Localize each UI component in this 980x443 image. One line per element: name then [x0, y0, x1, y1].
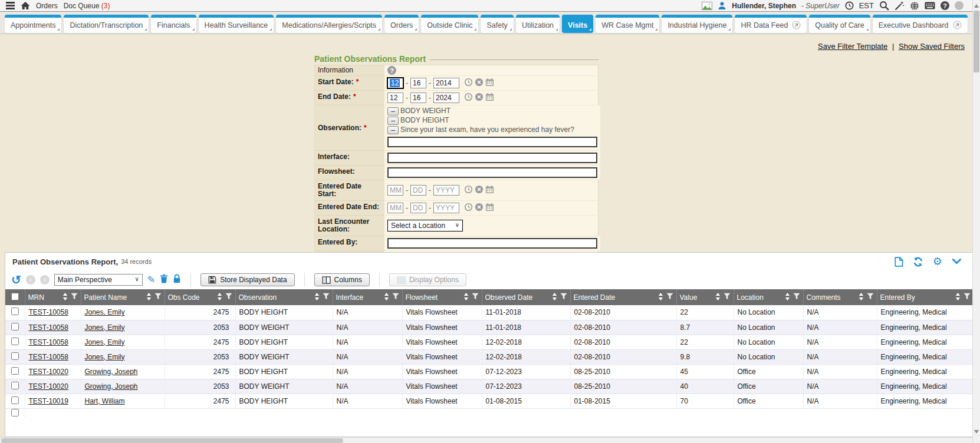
sort-icon[interactable]: [785, 293, 790, 302]
tab-appointments[interactable]: Appointments: [5, 15, 61, 33]
horizontal-scrollbar[interactable]: [0, 437, 972, 443]
select-all-checkbox[interactable]: [11, 293, 19, 300]
clear-date-icon[interactable]: [475, 92, 484, 103]
clear-date-icon[interactable]: [475, 78, 484, 88]
tab-medications-allergies-scripts[interactable]: Medications/Allergies/Scripts: [276, 15, 382, 33]
filter-funnel-icon[interactable]: [392, 293, 399, 302]
remove-observation-button[interactable]: –: [387, 117, 399, 125]
vertical-scrollbar-thumb[interactable]: [974, 11, 979, 72]
row-checkbox[interactable]: [11, 409, 19, 416]
patient-name-link[interactable]: Growing, Joseph: [85, 368, 138, 376]
mrn-link[interactable]: TEST-10019: [29, 397, 68, 405]
scroll-up-arrow[interactable]: [973, 1, 980, 10]
show-saved-filters-link[interactable]: Show Saved Filters: [899, 42, 965, 51]
column-header-observation[interactable]: Observation: [235, 289, 333, 305]
sort-icon[interactable]: [552, 293, 557, 302]
clock-icon[interactable]: [845, 1, 854, 10]
patient-name-link[interactable]: Growing, Joseph: [85, 382, 138, 391]
end-date-year-input[interactable]: 2024: [433, 92, 459, 103]
column-header-obs-code[interactable]: Obs Code: [165, 289, 235, 305]
end-date-month-input[interactable]: 12: [387, 92, 403, 103]
new-document-icon[interactable]: [895, 257, 903, 267]
keyboard-icon[interactable]: [925, 2, 935, 9]
patient-name-link[interactable]: Hart, William: [85, 397, 125, 405]
sort-icon[interactable]: [217, 293, 222, 302]
user-name[interactable]: Hullender, Stephen: [732, 2, 796, 10]
time-picker-icon[interactable]: [464, 92, 473, 103]
globe-icon[interactable]: [910, 1, 919, 11]
entered-date-end-day-input[interactable]: DD: [410, 203, 426, 213]
tab-dictation-transcription[interactable]: Dictation/Transcription: [64, 15, 149, 33]
calendar-icon[interactable]: [485, 185, 494, 196]
scroll-down-arrow[interactable]: [973, 427, 980, 436]
filter-funnel-icon[interactable]: [472, 293, 479, 302]
entered-date-start-day-input[interactable]: DD: [410, 185, 426, 196]
tab-wr-case-mgmt[interactable]: WR Case Mgmt: [596, 15, 659, 33]
vertical-scrollbar[interactable]: [972, 0, 980, 443]
column-header-interface[interactable]: Interface: [333, 289, 402, 305]
column-header-observed-date[interactable]: Observed Date: [482, 289, 570, 305]
mrn-link[interactable]: TEST-10020: [29, 368, 68, 376]
tab-outside-clinic[interactable]: Outside Clinic: [421, 15, 478, 33]
filter-funnel-icon[interactable]: [225, 293, 232, 302]
clear-date-icon[interactable]: [475, 203, 484, 213]
time-picker-icon[interactable]: [464, 185, 473, 196]
tab-safety[interactable]: Safety: [481, 15, 513, 33]
column-header-location[interactable]: Location: [734, 289, 803, 305]
tab-orders[interactable]: Orders: [384, 15, 419, 33]
tab-executive-dashboard[interactable]: Executive Dashboard: [873, 15, 968, 33]
interface-input[interactable]: [387, 153, 597, 163]
undo-icon[interactable]: ↺: [11, 275, 21, 285]
row-checkbox[interactable]: [11, 382, 19, 389]
delete-perspective-icon[interactable]: [160, 274, 168, 286]
tab-hr-data-feed[interactable]: HR Data Feed: [735, 15, 807, 33]
filter-funnel-icon[interactable]: [71, 293, 78, 302]
time-picker-icon[interactable]: [464, 203, 473, 213]
entered-date-end-month-input[interactable]: MM: [387, 203, 403, 213]
mrn-link[interactable]: TEST-10020: [29, 382, 68, 391]
entered-date-end-year-input[interactable]: YYYY: [433, 203, 459, 213]
clear-date-icon[interactable]: [475, 185, 484, 196]
filter-funnel-icon[interactable]: [963, 293, 971, 302]
end-date-day-input[interactable]: 16: [410, 92, 426, 103]
horizontal-scrollbar-thumb[interactable]: [1, 438, 343, 443]
column-header-comments[interactable]: Comments: [803, 289, 877, 305]
sort-icon[interactable]: [859, 293, 864, 302]
row-checkbox[interactable]: [11, 367, 19, 375]
column-header-entered-by[interactable]: Entered By: [877, 289, 973, 305]
patient-name-link[interactable]: Jones, Emily: [85, 353, 125, 361]
sort-icon[interactable]: [63, 293, 68, 302]
help-icon[interactable]: ?: [940, 1, 949, 10]
topbar-menu-doc-queue[interactable]: Doc Queue (3): [64, 2, 110, 10]
tab-health-surveillance[interactable]: Health Surveillance: [199, 15, 274, 33]
refresh-icon[interactable]: [913, 257, 923, 267]
filter-funnel-icon[interactable]: [724, 293, 731, 302]
sort-icon[interactable]: [384, 293, 389, 302]
time-picker-icon[interactable]: [464, 78, 473, 88]
columns-button[interactable]: Columns: [314, 273, 370, 286]
row-checkbox[interactable]: [11, 352, 19, 360]
sort-icon[interactable]: [314, 293, 320, 302]
sort-icon[interactable]: [955, 293, 961, 302]
patient-name-link[interactable]: Jones, Emily: [85, 323, 125, 332]
save-filter-template-link[interactable]: Save Filter Template: [818, 42, 887, 51]
tab-financials[interactable]: Financials: [151, 15, 196, 33]
mrn-link[interactable]: TEST-10058: [29, 308, 68, 316]
sort-icon[interactable]: [658, 293, 663, 302]
calendar-icon[interactable]: [485, 203, 494, 213]
mrn-link[interactable]: TEST-10058: [29, 353, 68, 361]
sort-icon[interactable]: [146, 293, 152, 302]
column-header-mrn[interactable]: MRN: [25, 289, 81, 305]
filter-funnel-icon[interactable]: [154, 293, 162, 302]
edit-perspective-icon[interactable]: ✎: [147, 276, 155, 284]
perspective-select[interactable]: Main Perspective: [54, 274, 143, 286]
gear-icon[interactable]: ⚙: [933, 257, 942, 266]
store-displayed-data-button[interactable]: Store Displayed Data: [200, 273, 294, 286]
calendar-icon[interactable]: [485, 78, 494, 88]
remove-observation-button[interactable]: –: [387, 126, 399, 134]
row-checkbox[interactable]: [11, 338, 19, 345]
search-icon[interactable]: [879, 1, 889, 11]
row-checkbox[interactable]: [11, 308, 19, 315]
tab-quality-of-care[interactable]: Quality of Care: [809, 15, 870, 33]
start-date-year-input[interactable]: 2014: [433, 78, 459, 88]
